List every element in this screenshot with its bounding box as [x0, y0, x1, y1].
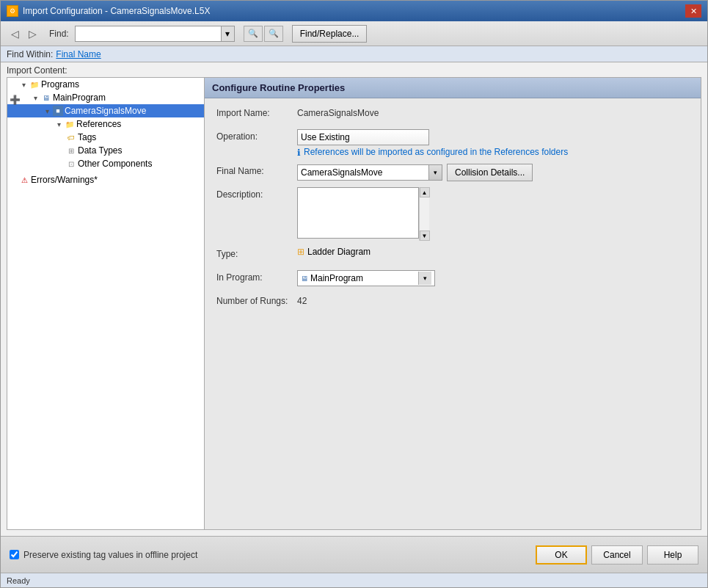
import-content-label: Import Content: — [1, 62, 707, 77]
in-program-display: MainProgram — [310, 273, 418, 283]
operation-row: Operation: Use Existing Create New Repla… — [216, 129, 689, 158]
tree-item-datatypes[interactable]: ⊞ Data Types — [7, 144, 204, 157]
final-name-input-wrapper: ▾ — [297, 164, 442, 181]
routine-icon-camerasignalsmove: ■ — [53, 106, 63, 116]
tree-panel: ➕ ▾ 📁 Programs ▾ 🖥 MainProgram ▾ — [7, 77, 205, 530]
tree-item-references[interactable]: ▾ 📁 References — [7, 117, 204, 131]
close-button[interactable]: ✕ — [685, 4, 701, 18]
program-select-icon: 🖥 — [301, 275, 308, 283]
ok-button[interactable]: OK — [536, 545, 587, 565]
find-label: Find: — [49, 29, 69, 39]
info-icon: ℹ — [297, 148, 301, 158]
preserve-checkbox[interactable] — [10, 550, 19, 559]
right-panel-body: Import Name: CameraSignalsMove Operation… — [205, 98, 701, 529]
final-name-input[interactable] — [297, 164, 429, 181]
main-window: ⚙ Import Configuration - CameraSignalsMo… — [0, 0, 708, 588]
content-area: ➕ ▾ 📁 Programs ▾ 🖥 MainProgram ▾ — [1, 77, 707, 536]
cancel-button[interactable]: Cancel — [591, 545, 643, 565]
forward-button[interactable]: ▷ — [24, 26, 40, 42]
scrollbar-up[interactable]: ▲ — [420, 187, 430, 197]
status-text: Ready — [7, 576, 30, 585]
right-panel-header: Configure Routine Properties — [205, 78, 701, 98]
find-replace-button[interactable]: Find/Replace... — [292, 25, 368, 43]
info-box: ℹ References will be imported as configu… — [297, 147, 568, 158]
tree-item-mainprogram[interactable]: ▾ 🖥 MainProgram — [7, 91, 204, 104]
help-button[interactable]: Help — [647, 545, 698, 565]
tree-item-tags[interactable]: 🏷 Tags — [7, 131, 204, 144]
type-label: Type: — [216, 247, 297, 259]
find-within-bar: Find Within: Final Name — [1, 46, 707, 62]
folder-icon-references: 📁 — [65, 119, 75, 129]
description-scrollbar: ▲ ▼ — [419, 187, 429, 241]
tree-label-programs: Programs — [41, 79, 79, 90]
find-icons: 🔍 🔍 — [244, 26, 283, 42]
final-name-dropdown[interactable]: ▾ — [429, 164, 442, 181]
window-title: Import Configuration - CameraSignalsMove… — [23, 6, 210, 16]
find-prev-icon[interactable]: 🔍 — [244, 26, 263, 42]
description-textarea-wrapper: ▲ ▼ — [297, 187, 429, 241]
final-name-area: ▾ Collision Details... — [297, 164, 689, 181]
tree-item-programs[interactable]: ▾ 📁 Programs — [7, 78, 204, 91]
collision-details-button[interactable]: Collision Details... — [447, 164, 533, 181]
preserve-checkbox-area: Preserve existing tag values in offline … — [10, 550, 197, 560]
find-within-value[interactable]: Final Name — [56, 49, 101, 59]
other-icon: ⊡ — [66, 159, 76, 169]
find-input[interactable] — [75, 26, 222, 42]
tree-label-references: References — [76, 119, 121, 129]
operation-select-area: Use Existing Create New Replace Existing… — [297, 129, 568, 158]
tree-label-errors: Errors/Warnings* — [31, 175, 98, 185]
tree-label-datatypes: Data Types — [78, 145, 122, 156]
expander-references: ▾ — [54, 120, 63, 128]
datatypes-icon: ⊞ — [66, 145, 76, 156]
app-icon: ⚙ — [7, 5, 18, 17]
tree-label-tags: Tags — [78, 132, 96, 142]
find-next-icon[interactable]: 🔍 — [264, 26, 283, 42]
info-text: References will be imported as configure… — [304, 147, 568, 157]
in-program-select-wrapper: 🖥 MainProgram ▾ — [297, 270, 435, 286]
description-row: Description: ▲ ▼ — [216, 187, 689, 241]
bottom-bar: Preserve existing tag values in offline … — [1, 536, 707, 573]
rungs-row: Number of Rungs: 42 — [216, 294, 689, 311]
expander-camerasignalsmove: ▾ — [43, 106, 51, 115]
operation-label: Operation: — [216, 129, 297, 142]
add-button[interactable]: ➕ — [7, 92, 22, 107]
right-panel: Configure Routine Properties Import Name… — [205, 77, 701, 530]
bottom-buttons: OK Cancel Help — [536, 545, 698, 565]
tree-item-camerasignalsmove[interactable]: ▾ ■ CameraSignalsMove — [7, 104, 204, 117]
find-within-label: Find Within: — [7, 49, 53, 59]
scrollbar-down[interactable]: ▼ — [420, 231, 430, 241]
title-bar: ⚙ Import Configuration - CameraSignalsMo… — [1, 1, 707, 21]
tag-icon: 🏷 — [66, 132, 76, 142]
main-content: Import Content: ➕ ▾ 📁 Programs — [1, 62, 707, 536]
tree-label-other: Other Components — [78, 159, 152, 169]
toolbar: ◁ ▷ Find: ▾ 🔍 🔍 Find/Replace... — [1, 21, 707, 46]
description-textarea[interactable] — [297, 187, 419, 239]
folder-icon-programs: 📁 — [29, 79, 40, 90]
tree-item-other[interactable]: ⊡ Other Components — [7, 157, 204, 170]
preserve-label: Preserve existing tag values in offline … — [23, 550, 197, 560]
title-bar-left: ⚙ Import Configuration - CameraSignalsMo… — [7, 5, 210, 17]
type-value: Ladder Diagram — [307, 247, 371, 257]
in-program-label: In Program: — [216, 270, 297, 283]
operation-select-wrapper: Use Existing Create New Replace Existing — [297, 129, 568, 145]
program-icon-mainprogram: 🖥 — [41, 92, 51, 103]
back-button[interactable]: ◁ — [7, 26, 23, 42]
rungs-label: Number of Rungs: — [216, 294, 297, 306]
final-name-row: Final Name: ▾ Collision Details... — [216, 164, 689, 181]
type-value-area: ⊞ Ladder Diagram — [297, 247, 371, 257]
ladder-icon: ⊞ — [297, 247, 304, 257]
description-label: Description: — [216, 187, 297, 200]
in-program-row: In Program: 🖥 MainProgram ▾ — [216, 270, 689, 288]
import-name-value: CameraSignalsMove — [297, 106, 689, 118]
operation-select[interactable]: Use Existing Create New Replace Existing — [297, 129, 429, 145]
tree-label-mainprogram: MainProgram — [53, 92, 106, 103]
in-program-dropdown[interactable]: ▾ — [418, 272, 431, 285]
import-name-row: Import Name: CameraSignalsMove — [216, 106, 689, 123]
errors-icon: ⚠ — [19, 175, 29, 185]
find-input-wrapper: ▾ — [75, 26, 235, 42]
tree-item-errors[interactable]: ⚠ Errors/Warnings* — [7, 173, 204, 186]
final-name-label: Final Name: — [216, 164, 297, 176]
find-dropdown-button[interactable]: ▾ — [222, 26, 235, 42]
toolbar-icons: ◁ ▷ — [7, 26, 40, 42]
rungs-value: 42 — [297, 294, 689, 306]
